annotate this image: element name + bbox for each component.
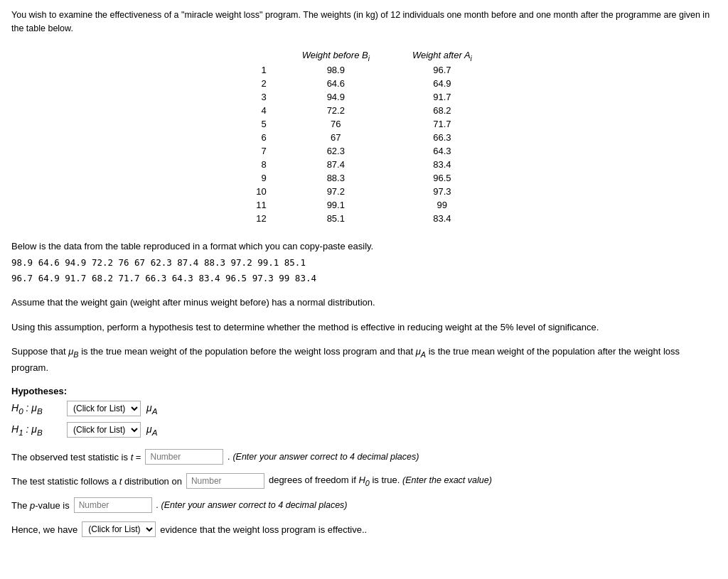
data-line-1: 98.9 64.6 94.9 72.2 76 67 62.3 87.4 88.3… bbox=[11, 256, 717, 270]
conclusion-row: Hence, we have (Click for List)strongwea… bbox=[11, 521, 717, 537]
distribution-prefix: The test statistic follows a t distribut… bbox=[11, 476, 182, 487]
before-col-header: Weight before Bi bbox=[281, 48, 391, 64]
row-after: 83.4 bbox=[391, 212, 493, 225]
row-after: 83.4 bbox=[391, 158, 493, 171]
hypothesis-instruction-section: Using this assumption, perform a hypothe… bbox=[11, 320, 717, 335]
row-index: 10 bbox=[235, 185, 280, 198]
pvalue-prefix: The p-value is bbox=[11, 500, 70, 511]
row-before: 99.1 bbox=[281, 198, 391, 212]
conclusion-suffix: evidence that the weight loss program is… bbox=[160, 524, 367, 535]
row-before: 87.4 bbox=[281, 158, 391, 171]
hypothesis-instruction: Using this assumption, perform a hypothe… bbox=[11, 320, 717, 335]
table-row: 1 98.9 96.7 bbox=[235, 63, 493, 77]
distribution-row: The test statistic follows a t distribut… bbox=[11, 473, 717, 489]
h0-row: H0 : μB (Click for List)=><≥≤≠ μA bbox=[11, 401, 717, 416]
row-index: 4 bbox=[235, 104, 280, 117]
test-stat-row: The observed test statistic is t = . (En… bbox=[11, 449, 717, 465]
row-after: 71.7 bbox=[391, 117, 493, 131]
row-after: 64.3 bbox=[391, 144, 493, 158]
conclusion-dropdown[interactable]: (Click for List)strongweakno bbox=[82, 521, 156, 537]
assumption-section: Assume that the weight gain (weight afte… bbox=[11, 296, 717, 310]
test-stat-note: . (Enter your answer correct to 4 decima… bbox=[228, 452, 419, 462]
h1-row: H1 : μB (Click for List)=><≥≤≠ μA bbox=[11, 422, 717, 438]
index-col-header bbox=[235, 48, 280, 64]
test-stat-input[interactable] bbox=[145, 449, 223, 465]
row-after: 96.7 bbox=[391, 63, 493, 77]
row-index: 12 bbox=[235, 212, 280, 225]
suppose-section: Suppose that μB is the true mean weight … bbox=[11, 345, 717, 376]
intro-text: You wish to examine the effectiveness of… bbox=[11, 9, 717, 36]
h0-mua-label: μA bbox=[146, 402, 157, 416]
row-before: 98.9 bbox=[281, 63, 391, 77]
table-row: 4 72.2 68.2 bbox=[235, 104, 493, 117]
table-row: 9 88.3 96.5 bbox=[235, 171, 493, 185]
row-index: 7 bbox=[235, 144, 280, 158]
row-before: 67 bbox=[281, 131, 391, 144]
row-index: 8 bbox=[235, 158, 280, 171]
hypotheses-section: Hypotheses: H0 : μB (Click for List)=><≥… bbox=[11, 386, 717, 438]
pvalue-note: . (Enter your answer correct to 4 decima… bbox=[156, 500, 348, 510]
row-before: 62.3 bbox=[281, 144, 391, 158]
row-index: 11 bbox=[235, 198, 280, 212]
row-after: 64.9 bbox=[391, 77, 493, 90]
h1-mua-label: μA bbox=[146, 423, 157, 437]
table-row: 11 99.1 99 bbox=[235, 198, 493, 212]
table-row: 2 64.6 64.9 bbox=[235, 77, 493, 90]
data-table: Weight before Bi Weight after Ai 1 98.9 … bbox=[235, 48, 493, 226]
row-before: 94.9 bbox=[281, 90, 391, 104]
row-index: 1 bbox=[235, 63, 280, 77]
row-before: 76 bbox=[281, 117, 391, 131]
row-after: 96.5 bbox=[391, 171, 493, 185]
hypotheses-label: Hypotheses: bbox=[11, 386, 717, 396]
h1-dropdown[interactable]: (Click for List)=><≥≤≠ bbox=[67, 422, 141, 438]
table-row: 8 87.4 83.4 bbox=[235, 158, 493, 171]
h1-label: H1 : μB bbox=[11, 423, 61, 437]
row-before: 64.6 bbox=[281, 77, 391, 90]
table-row: 10 97.2 97.3 bbox=[235, 185, 493, 198]
row-before: 72.2 bbox=[281, 104, 391, 117]
row-index: 6 bbox=[235, 131, 280, 144]
row-index: 3 bbox=[235, 90, 280, 104]
row-after: 97.3 bbox=[391, 185, 493, 198]
data-line-2: 96.7 64.9 91.7 68.2 71.7 66.3 64.3 83.4 … bbox=[11, 271, 717, 286]
row-index: 5 bbox=[235, 117, 280, 131]
data-table-wrapper: Weight before Bi Weight after Ai 1 98.9 … bbox=[11, 48, 717, 226]
after-col-header: Weight after Ai bbox=[391, 48, 493, 64]
row-after: 68.2 bbox=[391, 104, 493, 117]
conclusion-prefix: Hence, we have bbox=[11, 524, 77, 535]
h0-dropdown[interactable]: (Click for List)=><≥≤≠ bbox=[67, 401, 141, 416]
row-before: 85.1 bbox=[281, 212, 391, 225]
table-row: 7 62.3 64.3 bbox=[235, 144, 493, 158]
copy-paste-label: Below is the data from the table reprodu… bbox=[11, 239, 717, 254]
table-row: 12 85.1 83.4 bbox=[235, 212, 493, 225]
h0-label: H0 : μB bbox=[11, 402, 61, 416]
degrees-freedom-input[interactable] bbox=[186, 473, 264, 489]
test-stat-prefix: The observed test statistic is t = bbox=[11, 452, 141, 462]
row-after: 99 bbox=[391, 198, 493, 212]
row-before: 97.2 bbox=[281, 185, 391, 198]
table-row: 6 67 66.3 bbox=[235, 131, 493, 144]
row-index: 2 bbox=[235, 77, 280, 90]
row-index: 9 bbox=[235, 171, 280, 185]
table-row: 3 94.9 91.7 bbox=[235, 90, 493, 104]
table-row: 5 76 71.7 bbox=[235, 117, 493, 131]
row-after: 66.3 bbox=[391, 131, 493, 144]
row-before: 88.3 bbox=[281, 171, 391, 185]
copy-paste-section: Below is the data from the table reprodu… bbox=[11, 239, 717, 286]
row-after: 91.7 bbox=[391, 90, 493, 104]
assumption-text: Assume that the weight gain (weight afte… bbox=[11, 296, 717, 310]
pvalue-input[interactable] bbox=[74, 497, 152, 513]
pvalue-row: The p-value is . (Enter your answer corr… bbox=[11, 497, 717, 513]
suppose-text: Suppose that μB is the true mean weight … bbox=[11, 345, 717, 376]
distribution-suffix: degrees of freedom if H0 is true. (Enter… bbox=[269, 475, 492, 487]
